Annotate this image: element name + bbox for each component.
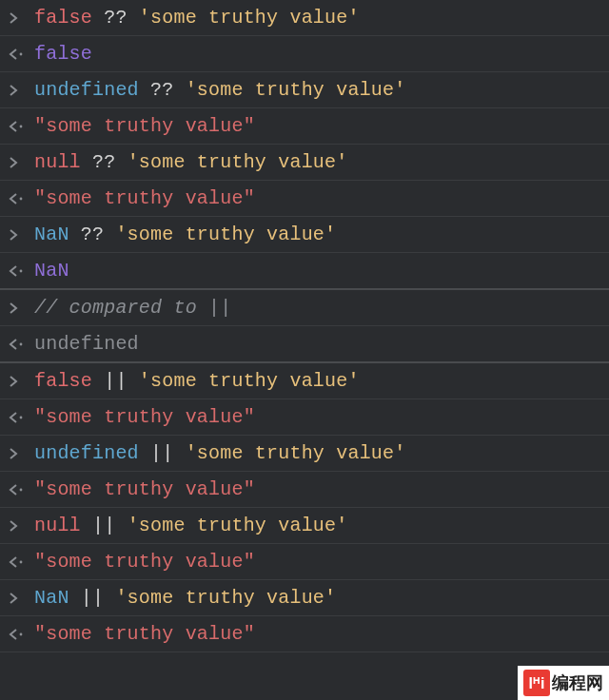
watermark: lᴴi 编程网 bbox=[518, 666, 609, 700]
result-icon bbox=[8, 483, 34, 496]
console-input-code: null ?? 'some truthy value' bbox=[34, 151, 347, 173]
svg-point-3 bbox=[20, 269, 23, 272]
console-output-row: "some truthy value" bbox=[0, 472, 609, 508]
console-input-row: null ?? 'some truthy value' bbox=[0, 145, 609, 181]
watermark-icon: lᴴi bbox=[523, 670, 550, 696]
console-output-value: false bbox=[34, 43, 92, 65]
console-output-row: "some truthy value" bbox=[0, 399, 609, 436]
console-output-row: "some truthy value" bbox=[0, 544, 609, 580]
console-input-code: NaN || 'some truthy value' bbox=[34, 587, 336, 609]
prompt-icon bbox=[8, 156, 34, 169]
svg-point-6 bbox=[20, 488, 23, 491]
prompt-icon bbox=[8, 11, 34, 25]
watermark-text: 编程网 bbox=[552, 671, 603, 694]
console-output-value: "some truthy value" bbox=[34, 187, 255, 209]
console-output-value: undefined bbox=[34, 333, 139, 355]
console-input-code: null || 'some truthy value' bbox=[34, 515, 347, 536]
svg-point-8 bbox=[20, 632, 23, 635]
console-input-row: NaN ?? 'some truthy value' bbox=[0, 217, 609, 253]
prompt-icon bbox=[8, 519, 34, 533]
console-output-row: NaN bbox=[0, 253, 609, 290]
console-input-code: NaN ?? 'some truthy value' bbox=[34, 224, 336, 245]
console-input-row: // compared to || bbox=[0, 290, 609, 326]
console-input-row: NaN || 'some truthy value' bbox=[0, 580, 609, 616]
console-output-row: "some truthy value" bbox=[0, 616, 609, 652]
console-output-row: "some truthy value" bbox=[0, 108, 609, 145]
prompt-icon bbox=[8, 375, 34, 388]
result-icon bbox=[8, 264, 34, 278]
console-output-value: NaN bbox=[34, 260, 69, 282]
console-input-code: // compared to || bbox=[34, 297, 231, 319]
svg-point-0 bbox=[20, 52, 23, 55]
prompt-icon bbox=[8, 228, 34, 242]
console-input-row: undefined || 'some truthy value' bbox=[0, 436, 609, 472]
console-output-value: "some truthy value" bbox=[34, 551, 255, 573]
svg-point-1 bbox=[20, 125, 23, 127]
console-input-row: false ?? 'some truthy value' bbox=[0, 0, 609, 36]
prompt-icon bbox=[8, 447, 34, 460]
result-icon bbox=[8, 120, 34, 133]
console-output-row: undefined bbox=[0, 326, 609, 363]
console-output-value: "some truthy value" bbox=[34, 478, 255, 500]
console-output-row: "some truthy value" bbox=[0, 181, 609, 217]
console-input-code: undefined ?? 'some truthy value' bbox=[34, 79, 405, 101]
svg-point-5 bbox=[20, 416, 23, 418]
console-output-value: "some truthy value" bbox=[34, 406, 255, 428]
console-input-row: null || 'some truthy value' bbox=[0, 508, 609, 544]
svg-point-2 bbox=[20, 197, 23, 200]
console-input-row: false || 'some truthy value' bbox=[0, 363, 609, 399]
console-input-code: false || 'some truthy value' bbox=[34, 370, 360, 392]
console-output-value: "some truthy value" bbox=[34, 115, 255, 137]
devtools-console: false ?? 'some truthy value'falseundefin… bbox=[0, 0, 609, 652]
prompt-icon bbox=[8, 84, 34, 97]
result-icon bbox=[8, 338, 34, 351]
console-input-code: undefined || 'some truthy value' bbox=[34, 442, 405, 464]
prompt-icon bbox=[8, 592, 34, 605]
svg-point-4 bbox=[20, 342, 23, 345]
console-output-row: false bbox=[0, 36, 609, 72]
console-output-value: "some truthy value" bbox=[34, 623, 255, 645]
result-icon bbox=[8, 628, 34, 641]
result-icon bbox=[8, 192, 34, 205]
console-input-code: false ?? 'some truthy value' bbox=[34, 7, 360, 29]
result-icon bbox=[8, 48, 34, 61]
result-icon bbox=[8, 411, 34, 424]
console-input-row: undefined ?? 'some truthy value' bbox=[0, 72, 609, 108]
result-icon bbox=[8, 555, 34, 569]
svg-point-7 bbox=[20, 560, 23, 563]
prompt-icon bbox=[8, 301, 34, 315]
